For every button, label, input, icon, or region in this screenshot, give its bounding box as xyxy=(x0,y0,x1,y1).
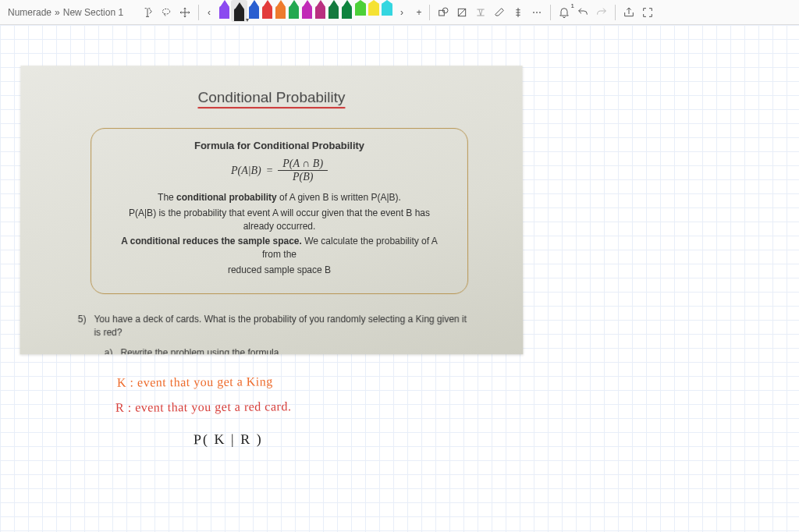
embedded-slide-image: Conditional Probability Formula for Cond… xyxy=(20,66,524,354)
pen-swatch-2[interactable] xyxy=(247,0,261,20)
notifications-button[interactable]: 1 xyxy=(556,4,573,21)
eraser-button[interactable] xyxy=(491,4,508,21)
pen-swatch-5[interactable] xyxy=(287,0,300,20)
pen-tip-icon xyxy=(276,0,286,7)
part-label: a) xyxy=(105,348,113,355)
pen-tip-icon xyxy=(289,0,299,7)
formula-denominator: P(B) xyxy=(288,171,318,183)
question-part-a: a) Rewrite the problem using the formula xyxy=(105,347,469,355)
add-pen-button[interactable]: + xyxy=(410,4,428,21)
part-text: Rewrite the problem using the formula xyxy=(120,348,279,355)
text-tool-button[interactable] xyxy=(139,4,156,21)
slide-line-1: The conditional probability of A given B… xyxy=(115,191,444,204)
pen-tip-icon xyxy=(329,0,339,7)
breadcrumb[interactable]: Numerade » New Section 1 xyxy=(3,7,136,18)
text-cursor-icon xyxy=(141,6,154,19)
note-canvas[interactable]: Conditional Probability Formula for Cond… xyxy=(0,25,799,532)
ruler-icon xyxy=(512,6,524,19)
bell-icon xyxy=(558,6,570,19)
eraser-icon xyxy=(493,6,506,19)
fullscreen-button[interactable] xyxy=(639,4,656,21)
chevron-left-icon: ‹ xyxy=(208,7,211,18)
formula-numerator: P(A ∩ B) xyxy=(278,158,328,171)
formula-box-title: Formula for Conditional Probability xyxy=(115,140,444,151)
more-button[interactable]: ⋯ xyxy=(528,4,545,21)
pen-swatch-0[interactable] xyxy=(218,0,231,20)
pen-body xyxy=(382,3,392,16)
question-text: You have a deck of cards. What is the pr… xyxy=(94,313,468,339)
ink-to-shape-button[interactable] xyxy=(453,4,471,21)
pen-swatch-7[interactable] xyxy=(314,0,327,20)
handwriting-r-line: R : event that you get a red card. xyxy=(115,399,292,416)
notification-badge: 1 xyxy=(571,2,574,9)
pen-tip-icon xyxy=(368,0,379,4)
pen-tip-icon xyxy=(343,0,352,7)
pen-swatch-3[interactable] xyxy=(261,0,274,20)
pen-tip-icon xyxy=(263,0,272,7)
pen-tip-icon xyxy=(235,2,244,9)
math-icon xyxy=(474,6,487,19)
pen-swatch-8[interactable] xyxy=(327,0,340,20)
pen-swatch-4[interactable] xyxy=(274,0,287,20)
share-button[interactable] xyxy=(620,4,637,21)
pen-scroll-left-button[interactable]: ‹ xyxy=(201,4,218,21)
fullscreen-icon xyxy=(641,6,654,19)
breadcrumb-section: New Section 1 xyxy=(63,7,123,18)
handwriting-k-line: K : event that you get a King xyxy=(117,374,273,391)
undo-icon xyxy=(577,6,589,19)
pen-swatch-11[interactable] xyxy=(367,0,380,20)
pen-swatch-9[interactable] xyxy=(340,0,353,20)
question-number: 5) xyxy=(78,313,87,326)
ink-to-math-button[interactable] xyxy=(472,4,489,21)
toolbar-divider xyxy=(615,5,616,20)
pen-body xyxy=(219,6,229,19)
formula-equals: = xyxy=(266,165,273,177)
slide-title: Conditional Probability xyxy=(198,89,346,106)
formula: P(A|B) = P(A ∩ B) P(B) xyxy=(115,158,444,183)
redo-icon xyxy=(595,6,608,19)
pen-body xyxy=(289,6,299,19)
ruler-button[interactable] xyxy=(510,4,527,21)
pan-icon xyxy=(179,6,191,19)
shapes-icon xyxy=(437,6,449,19)
pen-scroll-right-button[interactable]: › xyxy=(393,4,410,21)
pen-body xyxy=(342,6,352,19)
slide-line-3: A conditional reduces the sample space. … xyxy=(115,235,444,261)
formula-box: Formula for Conditional Probability P(A|… xyxy=(91,128,468,294)
toolbar-divider xyxy=(429,5,430,20)
pen-body xyxy=(355,3,366,16)
pen-swatch-12[interactable] xyxy=(380,0,393,20)
breadcrumb-root: Numerade xyxy=(8,7,51,18)
pen-swatch-10[interactable] xyxy=(353,0,367,20)
pen-tip-icon xyxy=(382,0,392,4)
pen-tip-icon xyxy=(220,0,229,7)
shapes-button[interactable] xyxy=(435,4,452,21)
lasso-tool-button[interactable] xyxy=(158,4,175,21)
pen-body xyxy=(328,6,339,19)
toolbar-divider xyxy=(550,5,551,20)
pen-body xyxy=(262,6,272,19)
pen-body xyxy=(249,6,259,19)
pen-body xyxy=(315,6,325,19)
slide-line-4: reduced sample space B xyxy=(115,264,444,277)
undo-button[interactable] xyxy=(574,4,591,21)
ink-shape-icon xyxy=(456,6,468,19)
pen-tip-icon xyxy=(316,0,325,7)
redo-button[interactable] xyxy=(593,4,610,21)
lasso-icon xyxy=(160,6,172,19)
pen-swatch-1[interactable] xyxy=(233,2,246,22)
svg-point-0 xyxy=(162,9,169,14)
formula-fraction: P(A ∩ B) P(B) xyxy=(278,158,328,183)
app-window: Numerade » New Section 1 ‹ ▾ › + xyxy=(0,0,799,532)
pen-body xyxy=(275,6,286,19)
pen-tip-icon xyxy=(303,0,312,7)
pan-tool-button[interactable] xyxy=(176,4,194,21)
svg-rect-1 xyxy=(439,10,445,16)
slide-line-2: P(A|B) is the probability that event A w… xyxy=(115,207,444,233)
formula-lhs: P(A|B) xyxy=(231,165,261,177)
pen-body xyxy=(234,9,244,21)
pen-body xyxy=(302,6,312,19)
pen-palette: ▾ xyxy=(218,0,393,25)
pen-body xyxy=(368,3,379,16)
pen-swatch-6[interactable] xyxy=(300,0,314,20)
